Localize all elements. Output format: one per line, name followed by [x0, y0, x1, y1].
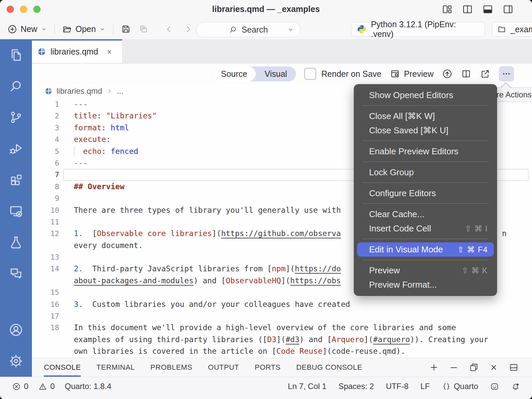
panel-tab-output[interactable]: OUTPUT [208, 358, 239, 377]
minimize-button[interactable] [449, 362, 459, 372]
search-icon [229, 25, 237, 34]
sidebar-item-remote-explorer[interactable] [0, 196, 32, 227]
line-number: 10 [32, 204, 59, 216]
customize-layout-icon [442, 4, 453, 15]
new-button[interactable]: New [7, 24, 47, 34]
status-cursor-position[interactable]: Ln 7, Col 1 [288, 382, 327, 391]
menu-separator [362, 141, 488, 141]
menu-item-lock-group[interactable]: Lock Group [354, 165, 497, 180]
menu-item-enable-preview-editors[interactable]: Enable Preview Editors [354, 144, 497, 159]
panel-layout-button[interactable] [509, 362, 519, 372]
split-editor-layout-icon [462, 4, 473, 15]
open-button[interactable]: Open [62, 24, 106, 34]
menu-item-edit-in-visual-mode[interactable]: Edit in Visual Mode⇧ ⌘ F4 [357, 242, 494, 257]
menu-item-close-saved[interactable]: Close Saved [⌘K U] [354, 123, 497, 138]
customize-layout-button[interactable] [442, 4, 453, 15]
menu-item-show-opened-editors[interactable]: Show Opened Editors [354, 88, 497, 102]
plus-button[interactable] [429, 362, 439, 372]
line-text: examples of using third-party libraries … [74, 334, 488, 345]
sidebar-item-comments[interactable] [0, 258, 32, 289]
workspace-selector[interactable]: _examples [492, 22, 532, 37]
search-input[interactable]: Search [196, 22, 301, 37]
line-number: 7 [32, 169, 59, 181]
menu-item-insert-code-cell[interactable]: Insert Code Cell⇧ ⌘ I [354, 221, 497, 236]
ellipsis-icon [501, 69, 511, 79]
line-text: ## Overview [74, 181, 124, 193]
minimize-icon [449, 362, 459, 372]
status-errors[interactable]: 0 [12, 382, 28, 391]
open-button-label: Open [75, 24, 96, 34]
editor-toolbar: Source Visual Render on Save Preview [32, 64, 532, 84]
status-encoding[interactable]: UTF-8 [386, 382, 409, 391]
warning-icon [38, 382, 47, 391]
quarto-file-icon [37, 47, 46, 56]
panel-bottom-button[interactable] [482, 4, 493, 15]
panel-tab-terminal[interactable]: TERMINAL [96, 358, 135, 377]
panel-actions [429, 362, 532, 372]
sidebar-item-source-control[interactable] [0, 102, 32, 133]
sidebar-item-settings[interactable] [0, 345, 32, 377]
python-logo-icon [357, 24, 367, 34]
restore-button[interactable] [469, 362, 479, 372]
breadcrumb-more[interactable]: ... [117, 86, 123, 96]
line-text: There are three types of library you'll … [74, 204, 341, 216]
status-quarto-version[interactable]: Quarto: 1.8.4 [65, 382, 111, 391]
sidebar-item-search[interactable] [0, 70, 32, 102]
menu-item-clear-cache[interactable]: Clear Cache... [354, 207, 497, 221]
interpreter-selector[interactable]: Python 3.12.1 (PipEnv: .venv) [351, 22, 485, 37]
menu-item-preview-format[interactable]: Preview Format... [354, 278, 497, 292]
open-in-new-window-icon[interactable] [480, 68, 490, 79]
panel-bottom-icon [482, 4, 493, 15]
status-indentation[interactable]: Spaces: 2 [338, 382, 374, 391]
more-actions-button[interactable] [499, 66, 514, 81]
navigate-forward-icon[interactable] [183, 24, 193, 34]
sidebar-item-run-debug[interactable] [0, 133, 32, 164]
status-warnings[interactable]: 0 [38, 382, 55, 391]
menu-separator [362, 203, 488, 204]
status-eol[interactable]: LF [421, 382, 430, 391]
menu-item-close-all[interactable]: Close All [⌘K W] [354, 109, 497, 123]
close-button[interactable] [489, 362, 499, 372]
navigate-back-icon[interactable] [164, 24, 174, 34]
source-mode-button[interactable]: Source [213, 66, 256, 81]
panel-tab-ports[interactable]: PORTS [255, 358, 281, 377]
line-text: about-packages-and-modules) and [Observa… [74, 275, 341, 287]
render-on-save-checkbox[interactable] [304, 68, 316, 80]
menu-item-configure-editors[interactable]: Configure Editors [354, 186, 497, 200]
tab-close-icon[interactable] [106, 48, 113, 56]
restore-icon [469, 362, 479, 372]
secondary-sidebar-button[interactable] [502, 4, 514, 15]
sidebar-item-extensions[interactable] [0, 164, 32, 196]
split-editor-layout-button[interactable] [462, 4, 473, 15]
panel-tab-problems[interactable]: PROBLEMS [150, 358, 192, 377]
line-number [32, 275, 59, 287]
publish-icon[interactable] [442, 68, 453, 79]
tab-libraries-qmd[interactable]: libraries.qmd [32, 39, 122, 63]
split-editor-icon[interactable] [461, 68, 471, 79]
status-feedback[interactable] [490, 382, 499, 391]
save-icon[interactable] [121, 24, 131, 34]
comments-icon [8, 266, 24, 281]
line-text: own libraries is covered in the article … [74, 345, 405, 357]
bell-dot-icon [511, 382, 520, 391]
panel-tab-console[interactable]: CONSOLE [44, 358, 81, 377]
sidebar-item-account[interactable] [0, 314, 32, 345]
status-language-mode[interactable]: Quarto [442, 382, 478, 391]
sidebar-item-testing[interactable] [0, 227, 32, 258]
status-notifications[interactable] [511, 382, 520, 391]
breadcrumb-file[interactable]: libraries.qmd [57, 86, 102, 96]
sidebar-item-explorer[interactable] [0, 39, 32, 70]
menu-item-preview[interactable]: Preview⇧ ⌘ K [354, 263, 497, 278]
menu-separator [362, 162, 488, 162]
plus-icon [429, 362, 439, 372]
line-number: 16 [32, 299, 59, 310]
remote-explorer-icon [8, 203, 24, 219]
preview-button-label: Preview [404, 69, 434, 79]
visual-mode-button[interactable]: Visual [256, 69, 296, 79]
panel-tab-debug-console[interactable]: DEBUG CONSOLE [296, 358, 362, 377]
preview-button[interactable]: Preview [390, 68, 434, 79]
line-text: echo: fenced [74, 146, 138, 157]
interpreter-label: Python 3.12.1 (PipEnv: .venv) [371, 20, 479, 39]
toolbar-divider [55, 24, 55, 34]
line-text: --- [74, 157, 88, 169]
